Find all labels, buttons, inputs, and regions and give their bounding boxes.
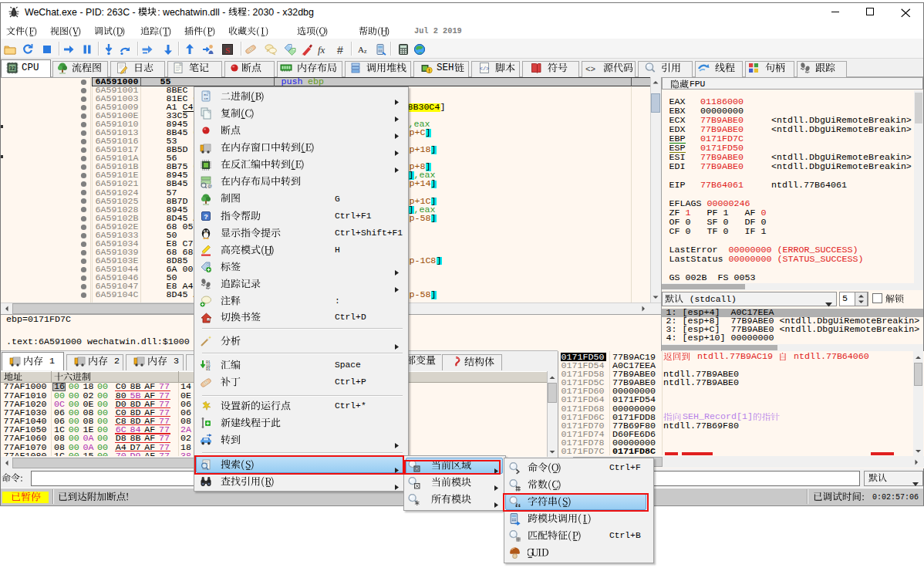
svg-text:</>: </> — [480, 66, 490, 72]
svg-text:S: S — [225, 46, 230, 55]
svg-text:n: n — [207, 317, 209, 321]
svg-text:z: z — [364, 48, 367, 55]
svg-text:fx: fx — [318, 44, 325, 56]
svg-text:@: @ — [207, 184, 212, 188]
svg-text:32: 32 — [9, 66, 15, 72]
svg-text:01: 01 — [206, 367, 211, 371]
svg-text:<>: <> — [585, 65, 595, 74]
svg-text:10: 10 — [204, 96, 208, 100]
svg-text:A: A — [358, 45, 364, 54]
svg-text:#: # — [337, 44, 343, 56]
svg-text:!: ! — [428, 68, 430, 73]
svg-text:?: ? — [204, 213, 208, 221]
